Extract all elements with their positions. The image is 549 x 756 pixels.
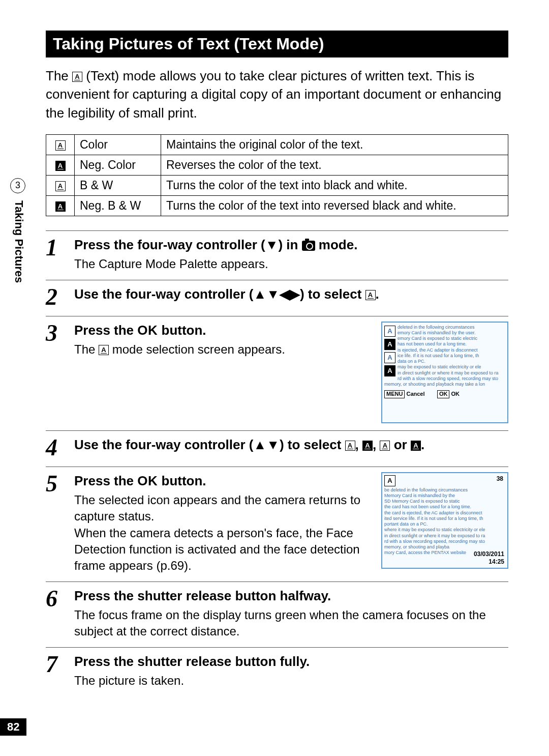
text-mode-option-icon: A (384, 365, 395, 376)
or: or (390, 437, 410, 452)
ok-label: OK (137, 323, 158, 338)
text-bw-icon: A (380, 441, 390, 451)
sep: , (373, 437, 380, 452)
step-heading: button. (158, 473, 206, 488)
text-mode-icon: A (384, 475, 395, 486)
text-color-icon: A (345, 441, 355, 451)
text-mode-option-icon: A (384, 326, 395, 337)
screen-bg-text: be deleted in the following circumstance… (384, 487, 505, 556)
intro-text: The A (Text) mode allows you to take cle… (46, 67, 508, 122)
step-5: 5 Press the OK button. The selected icon… (46, 467, 508, 581)
cancel-label: Cancel (406, 391, 424, 397)
step-number: 3 (46, 322, 74, 423)
mode-desc: Maintains the original color of the text… (161, 135, 508, 155)
step-number: 6 (46, 587, 74, 640)
step-1: 1 Press the four-way controller (▼) in m… (46, 230, 508, 279)
ok-label: OK (451, 391, 460, 397)
step-number: 5 (46, 472, 74, 574)
step-heading: Press the shutter release button halfway… (74, 587, 508, 605)
step-desc: The Capture Mode Palette appears. (74, 256, 508, 272)
step-heading: Use the four-way controller (▲▼) to sele… (74, 437, 345, 452)
text-mode-icon: A (365, 290, 376, 300)
step-desc: The focus frame on the display turns gre… (74, 607, 508, 640)
chapter-chip: 3 (10, 178, 25, 193)
manual-page: 3 Taking Pictures 82 Taking Pictures of … (0, 0, 549, 756)
step-4: 4 Use the four-way controller (▲▼) to se… (46, 430, 508, 467)
table-row: A Neg. Color Reverses the color of the t… (46, 155, 508, 176)
step-heading: Press the shutter release button fully. (74, 653, 508, 671)
mode-desc: Turns the color of the text into black a… (161, 176, 508, 196)
text-color-icon: A (55, 140, 66, 151)
mode-name: B & W (75, 176, 161, 196)
text-negbw-icon: A (55, 201, 66, 212)
step-7: 7 Press the shutter release button fully… (46, 647, 508, 696)
step-heading: Use the four-way controller (▲▼◀▶) to se… (74, 286, 365, 302)
step-heading: . (376, 286, 379, 302)
lcd-screen-preview: 38 A be deleted in the following circums… (381, 472, 508, 569)
table-row: A Color Maintains the original color of … (46, 135, 508, 155)
intro-pre: The (46, 68, 72, 83)
page-title: Taking Pictures of Text (Text Mode) (46, 31, 508, 57)
step-number: 1 (46, 236, 74, 272)
menu-label: MENU (384, 390, 405, 398)
text-mode-option-icon: A (384, 339, 395, 350)
step-heading: . (421, 437, 424, 452)
text-mode-option-icon: A (384, 352, 395, 363)
text-negcolor-icon: A (55, 161, 66, 171)
sep: , (355, 437, 362, 452)
step-number: 4 (46, 436, 74, 459)
mode-table: A Color Maintains the original color of … (46, 134, 508, 216)
step-heading: button. (158, 323, 206, 338)
text-negcolor-icon: A (362, 441, 373, 451)
step-desc: The (74, 342, 99, 356)
table-row: A B & W Turns the color of the text into… (46, 176, 508, 196)
lcd-screen-preview: A A A A deleted in the following circums… (381, 322, 508, 423)
step-desc: The selected icon appears and the camera… (74, 492, 374, 574)
step-heading: Press the (74, 473, 137, 488)
step-list: 1 Press the four-way controller (▼) in m… (46, 230, 508, 696)
step-number: 2 (46, 285, 74, 309)
chapter-label: Taking Pictures (12, 200, 25, 283)
screen-date: 03/03/2011 (474, 550, 504, 558)
step-2: 2 Use the four-way controller (▲▼◀▶) to … (46, 280, 508, 316)
text-negbw-icon: A (411, 441, 421, 451)
mode-desc: Turns the color of the text into reverse… (161, 196, 508, 216)
step-desc: mode selection screen appears. (112, 342, 285, 356)
mode-name: Color (75, 135, 161, 155)
step-3: 3 Press the OK button. The A mode select… (46, 316, 508, 430)
step-desc: The picture is taken. (74, 673, 508, 689)
screen-bg-text: deleted in the following circumstances e… (384, 325, 505, 388)
step-heading: mode. (319, 237, 358, 252)
ok-label: OK (137, 473, 158, 488)
ok-label: OK (437, 390, 450, 398)
step-number: 7 (46, 653, 74, 689)
text-bw-icon: A (55, 181, 66, 191)
camera-icon (302, 241, 315, 251)
side-tab: 3 Taking Pictures (0, 178, 29, 756)
step-heading: Press the (74, 323, 137, 338)
mode-name: Neg. B & W (75, 196, 161, 216)
step-heading: Press the four-way controller (▼) in (74, 237, 302, 252)
mode-name: Neg. Color (75, 155, 161, 176)
page-number: 82 (0, 718, 26, 736)
step-6: 6 Press the shutter release button halfw… (46, 581, 508, 647)
text-mode-icon: A (72, 72, 82, 82)
screen-time: 14:25 (474, 558, 504, 566)
intro-post: (Text) mode allows you to take clear pic… (46, 68, 501, 121)
text-mode-icon: A (99, 345, 109, 355)
mode-desc: Reverses the color of the text. (161, 155, 508, 176)
shots-remaining: 38 (497, 475, 503, 483)
table-row: A Neg. B & W Turns the color of the text… (46, 196, 508, 216)
